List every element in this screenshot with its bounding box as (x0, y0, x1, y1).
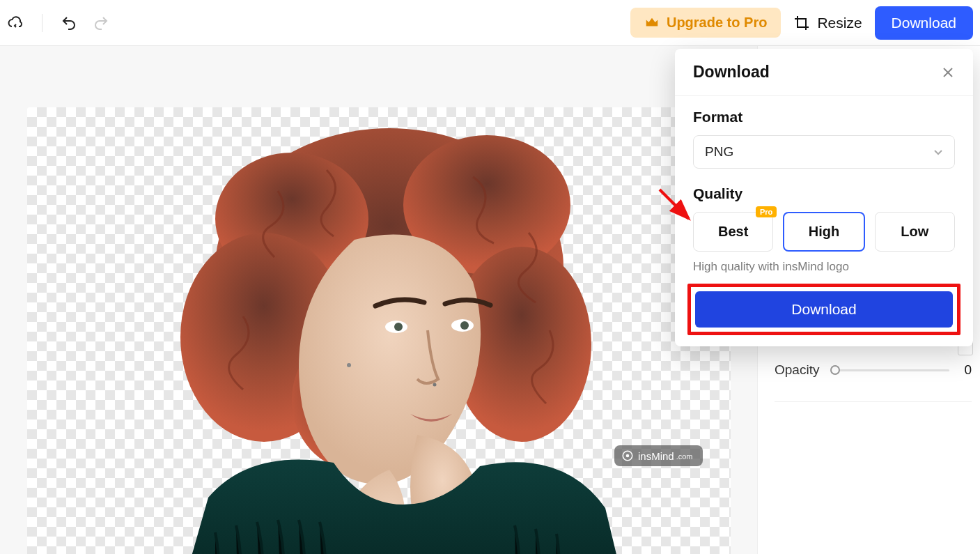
watermark: insMind .com (614, 445, 703, 466)
svg-point-1 (215, 153, 368, 285)
crop-icon (793, 15, 810, 31)
canvas-wrap: insMind .com (0, 46, 757, 554)
opacity-label: Opacity (775, 362, 819, 378)
download-popup: Download Format PNG Quality Best Pro Hig… (675, 49, 973, 346)
svg-point-0 (215, 128, 563, 407)
toolbar-right: Upgrade to Pro Resize Download (630, 6, 973, 40)
quality-section-label: Quality (693, 185, 955, 202)
quality-option-high[interactable]: High (783, 212, 864, 252)
svg-point-2 (403, 135, 570, 275)
svg-point-10 (433, 383, 436, 387)
watermark-ext: .com (676, 452, 693, 462)
opacity-slider-thumb[interactable] (830, 365, 840, 375)
toolbar-separator (42, 14, 42, 32)
quality-options: Best Pro High Low (693, 212, 955, 252)
popup-header: Download (675, 49, 973, 96)
quality-low-label: Low (901, 224, 928, 239)
quality-option-low[interactable]: Low (875, 212, 955, 252)
top-toolbar: Upgrade to Pro Resize Download (0, 0, 980, 46)
quality-option-best[interactable]: Best Pro (693, 212, 773, 252)
undo-icon[interactable] (61, 15, 77, 31)
subject-image (27, 107, 731, 554)
cloud-sync-icon[interactable] (7, 15, 24, 31)
download-top-label: Download (892, 15, 956, 31)
opacity-slider[interactable] (832, 369, 949, 371)
svg-point-6 (385, 321, 407, 333)
editor-canvas[interactable]: insMind .com (27, 107, 731, 554)
format-select[interactable]: PNG (693, 135, 955, 169)
popup-body: Format PNG Quality Best Pro High Low Hig… (675, 96, 973, 346)
upgrade-button[interactable]: Upgrade to Pro (630, 8, 781, 38)
pro-badge: Pro (756, 206, 777, 217)
quality-description: High quality with insMind logo (693, 260, 955, 274)
svg-point-4 (452, 247, 591, 442)
svg-point-11 (347, 363, 351, 367)
format-value: PNG (705, 144, 733, 160)
svg-point-7 (394, 323, 403, 331)
svg-point-9 (460, 321, 469, 330)
watermark-logo-icon (621, 449, 634, 462)
toolbar-left (7, 14, 109, 32)
side-divider (775, 401, 972, 402)
svg-point-13 (626, 454, 630, 458)
quality-best-label: Best (718, 224, 748, 239)
close-icon[interactable] (941, 66, 955, 79)
resize-button[interactable]: Resize (793, 15, 862, 31)
download-button-top[interactable]: Download (875, 6, 973, 40)
resize-label: Resize (817, 15, 862, 31)
svg-point-8 (451, 319, 474, 332)
download-confirm-label: Download (791, 301, 856, 317)
download-confirm-button[interactable]: Download (695, 291, 953, 328)
opacity-value: 0 (962, 362, 972, 378)
svg-point-5 (292, 330, 417, 470)
quality-high-label: High (809, 224, 839, 239)
crown-icon (644, 15, 660, 31)
annotation-highlight: Download (687, 284, 960, 335)
watermark-brand: insMind (638, 450, 674, 462)
format-section-label: Format (693, 109, 955, 125)
upgrade-label: Upgrade to Pro (667, 15, 767, 31)
chevron-down-icon (933, 147, 943, 157)
svg-point-3 (180, 233, 348, 442)
redo-icon[interactable] (93, 15, 109, 31)
opacity-row: Opacity 0 (775, 362, 972, 378)
popup-title: Download (693, 63, 770, 82)
